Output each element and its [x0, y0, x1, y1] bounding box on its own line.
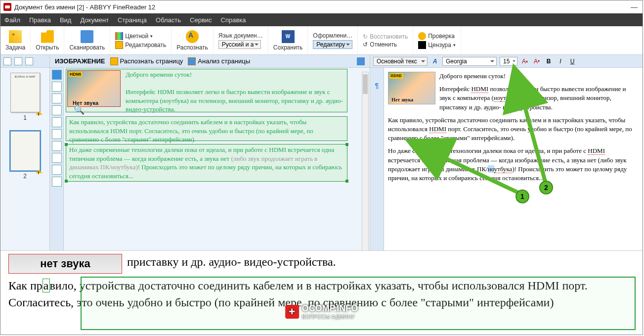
ocr-mini-icon: [110, 57, 118, 65]
scanner-icon: [81, 30, 93, 43]
thumb-toolbar: [0, 55, 49, 68]
font-select[interactable]: Georgia: [442, 57, 497, 66]
palette-icon: [115, 32, 123, 40]
menu-service[interactable]: Сервис: [190, 16, 212, 24]
listview-icon[interactable]: [14, 57, 22, 65]
bold-button[interactable]: B: [544, 57, 553, 66]
pageopts-icon[interactable]: [25, 57, 33, 65]
ribbon-layout: Оформлени… Редактиру: [308, 26, 358, 54]
magnifier-icon: [418, 32, 426, 40]
ribbon-scan[interactable]: Сканировать: [64, 26, 110, 54]
hdmi-image: HDMI Нет звука: [67, 70, 121, 107]
app-icon: [3, 3, 11, 11]
magnifier-cursor-icon: 🔍: [74, 104, 85, 115]
ribbon-imgmode: Цветной ▾ Редактировать: [110, 26, 172, 54]
minimize-button[interactable]: —: [631, 3, 638, 11]
menu-page[interactable]: Страница: [118, 16, 147, 24]
menu-help[interactable]: Справка: [221, 16, 246, 24]
plus-icon: +: [285, 305, 299, 319]
ribbon-color[interactable]: Цветной ▾: [115, 32, 153, 40]
menubar: Файл Правка Вид Документ Страница Област…: [0, 13, 643, 26]
pointer-tool[interactable]: [52, 165, 62, 175]
pilcrow-icon[interactable]: ¶: [375, 82, 379, 90]
analyze-icon: [188, 57, 196, 65]
ribbon-editimg[interactable]: Редактировать: [115, 41, 166, 49]
ribbon: Задача Открыть Сканировать Цветной ▾ Ред…: [0, 26, 643, 55]
doclang-select[interactable]: Русский и а: [218, 40, 261, 49]
warning-icon: [36, 166, 43, 173]
ribbon-task[interactable]: Задача: [0, 26, 31, 54]
text-area-tool[interactable]: [52, 70, 62, 80]
ocr-para-1: Доброго времени суток!Интерфейс HDMI поз…: [126, 70, 344, 114]
menu-view[interactable]: Вид: [60, 16, 72, 24]
thumb-page-1[interactable]: ВОЙНА И МИР 1: [10, 73, 40, 121]
menu-edit[interactable]: Правка: [29, 16, 51, 24]
censor-button[interactable]: Цензура ▾: [418, 41, 456, 49]
layout-label: Оформлени…: [313, 32, 352, 39]
main-window: Документ без имени [2] - ABBYY FineReade…: [0, 0, 643, 335]
ocr-para-2: Как правило, устройства достаточно соеди…: [69, 118, 344, 144]
callout-2: 2: [539, 181, 553, 194]
ocr-para-3: Но даже современные технологии далеки по…: [69, 145, 344, 180]
window-title: Документ без имени [2] - ABBYY FineReade…: [14, 3, 155, 11]
layout-select[interactable]: Редактиру: [313, 40, 352, 49]
watermark: + OCOMP.INFOВОПРОСЫ АДМИНУ: [285, 303, 358, 320]
ribbon-check: Проверка Цензура ▾: [413, 26, 461, 54]
table-area-tool[interactable]: [52, 94, 62, 103]
thumbview-icon[interactable]: [3, 57, 11, 65]
text-toolbar: Основной текс A Georgia 15 A▴ A▾ B I U: [370, 55, 643, 68]
fontsize-select[interactable]: 15: [500, 57, 517, 66]
ocr-icon: [186, 30, 199, 43]
redo-icon: ↻: [363, 33, 368, 40]
bottom-line-1: приставку и др. аудио- видео-устройства.: [127, 255, 336, 268]
hdmi-image-small: HDMIНет звука: [388, 72, 435, 104]
ribbon-undo: ↻ Восстановить ↺ Отменить: [358, 26, 413, 54]
menu-file[interactable]: Файл: [4, 16, 20, 24]
big-hdmi-strip: нет звука: [8, 254, 122, 274]
doclang-label: Язык докумен…: [218, 32, 263, 39]
shrink-font-button[interactable]: A▾: [532, 57, 541, 66]
word-icon: W: [282, 30, 295, 43]
callout-1: 1: [515, 190, 529, 203]
analyze-page-button[interactable]: Анализ страницы: [188, 57, 250, 65]
style-select[interactable]: Основной текс: [373, 57, 428, 66]
txt-para-3: Как правило, устройства достаточно соеди…: [388, 116, 639, 143]
options-icon[interactable]: [357, 57, 365, 65]
wand-icon: [9, 30, 22, 43]
ribbon-recognize[interactable]: Распознать: [172, 26, 214, 54]
picture-area-tool[interactable]: [52, 82, 62, 92]
menu-document[interactable]: Документ: [80, 16, 109, 24]
recognize-page-button[interactable]: Распознать страницу: [110, 57, 183, 65]
hand-tool[interactable]: [52, 177, 62, 187]
grow-font-button[interactable]: A▴: [520, 57, 529, 66]
underline-button[interactable]: U: [568, 57, 577, 66]
folder-icon: [41, 30, 54, 43]
check-button[interactable]: Проверка: [418, 32, 455, 40]
warning-icon: [36, 108, 43, 115]
bottom-preview: нет звука приставку и др. аудио- видео-у…: [0, 250, 643, 335]
italic-button[interactable]: I: [556, 57, 565, 66]
menu-area[interactable]: Область: [156, 16, 181, 24]
thumb-page-2[interactable]: 2: [10, 131, 40, 180]
undo-icon: ↺: [363, 41, 368, 48]
pencil-icon: [115, 41, 123, 49]
select-tool[interactable]: [52, 153, 62, 163]
rect-tool[interactable]: [52, 129, 62, 139]
image-pane-title: ИЗОБРАЖЕНИЕ: [55, 57, 105, 65]
order-tool[interactable]: [52, 141, 62, 151]
ribbon-save[interactable]: W Сохранить: [268, 26, 308, 54]
eraser-tool[interactable]: [52, 117, 62, 127]
ribbon-open[interactable]: Открыть: [31, 26, 64, 54]
txt-para-4: Но даже современные технологии далеки по…: [388, 146, 639, 183]
ribbon-lang: Язык докумен… Русский и а: [214, 26, 268, 54]
titlebar: Документ без имени [2] - ABBYY FineReade…: [0, 0, 643, 13]
cancel-button[interactable]: ↺ Отменить: [363, 41, 397, 48]
censor-icon: [418, 41, 426, 49]
barcode-tool[interactable]: [52, 105, 62, 115]
restore-button[interactable]: ↻ Восстановить: [363, 33, 408, 40]
styles-icon[interactable]: A: [430, 57, 439, 66]
image-pane-header: ИЗОБРАЖЕНИЕ Распознать страницу Анализ с…: [50, 55, 370, 68]
